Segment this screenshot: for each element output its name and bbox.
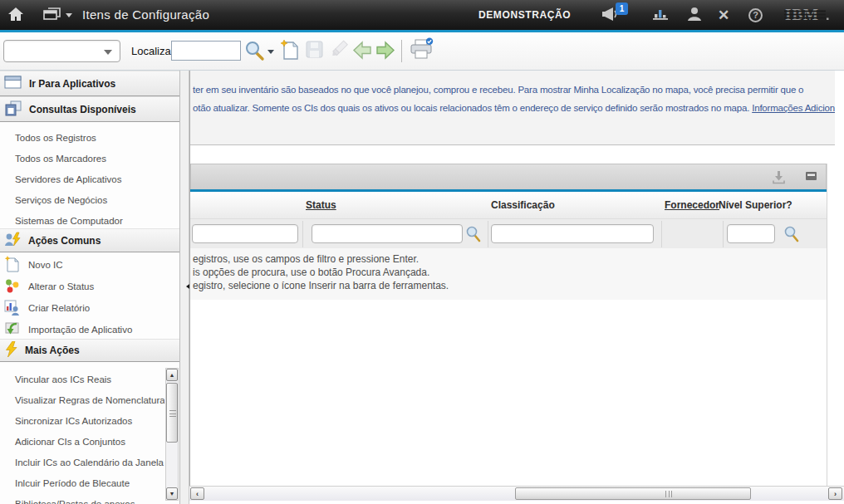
arrow-right-icon [375,51,395,62]
thumb-grip [169,410,176,417]
status-dots-icon [4,278,20,296]
page-title: Itens de Configuração [82,7,209,22]
chevron-down-icon [66,13,72,21]
chevron-down-icon [104,50,112,59]
common-actions-list: Novo IC Alterar o Status [0,252,179,339]
hint-line: egistros, use os campos de filtro e pres… [193,253,419,265]
minimize-button[interactable] [805,171,817,183]
print-button[interactable] [409,37,434,64]
cell-divider [302,221,303,247]
report-icon [4,300,20,317]
find-input[interactable] [171,41,241,61]
clear-changes-button[interactable] [329,39,350,62]
more-action-item[interactable]: Visualizar Regras de Nomenclatura [0,389,164,410]
new-document-icon [280,52,301,64]
ibm-logo: IBM [784,0,832,30]
scrollbar-thumb[interactable] [166,383,178,443]
help-icon: ? [748,8,763,22]
magnifier-icon [244,52,265,64]
filter-input-status[interactable] [312,224,463,243]
intro-message: ter em seu inventário são baseados no qu… [190,71,835,145]
more-action-item[interactable]: Adicionar CIs a Conjuntos [0,431,164,452]
hint-line: is opções de procura, use o botão Procur… [193,267,429,278]
query-item[interactable]: Todos os Registros [0,127,179,148]
sidebar-scrollbar[interactable]: ▲ ▼ [165,368,179,501]
minimize-icon [805,172,817,183]
horizontal-scrollbar[interactable]: ‹ › [189,486,844,501]
more-actions-list: Vincular aos ICs Reais Visualizar Regras… [0,362,179,504]
table-hints: egistros, use os campos de filtro e pres… [190,248,827,300]
table-filter-row [190,218,827,248]
available-queries-list: Todos os Registros Todos os Marcadores S… [0,122,179,228]
new-record-button[interactable] [280,39,301,64]
person-lightning-icon [4,232,22,250]
toolbar-separator [401,40,402,62]
sidebar-section-queries[interactable]: Consultas Disponíveis [0,96,179,122]
more-action-item[interactable]: Sincronizar ICs Autorizados [0,410,164,431]
reports-button[interactable] [651,0,670,30]
query-item[interactable]: Serviços de Negócios [0,189,179,210]
action-label: Criar Relatório [28,303,90,313]
section-title: Ir Para Aplicativos [29,78,115,90]
more-action-item[interactable]: Vincular aos ICs Reais [0,369,164,389]
more-action-item[interactable]: Inlcuir Período de Blecaute [0,472,164,493]
download-button[interactable] [772,170,786,187]
scroll-up-button[interactable]: ▲ [166,369,178,381]
home-button[interactable] [7,0,25,30]
bar-chart-icon [651,7,670,23]
column-header-status[interactable]: Status [306,199,336,211]
person-icon [686,6,703,24]
download-icon [772,175,786,187]
filter-input-classification[interactable] [491,224,654,243]
action-new-ci[interactable]: Novo IC [0,254,179,276]
query-select[interactable] [3,40,120,62]
filter-input-top-level[interactable] [727,224,775,243]
query-item[interactable]: Todos os Marcadores [0,148,179,169]
logout-button[interactable]: ✕ [718,0,729,30]
filter-top-level-lookup[interactable] [783,225,799,245]
arrow-left-icon [352,51,372,62]
application-window: Itens de Configuração DEMONSTRAÇÃO 1 [0,0,844,504]
sidebar-section-common-actions[interactable]: Ações Comuns [0,228,179,252]
action-application-import[interactable]: Importação de Aplicativo [0,319,179,340]
cell-divider [488,221,488,247]
more-action-item[interactable]: Incluir ICs ao Calendário da Janela de..… [0,452,164,472]
additional-info-link[interactable]: Informações Adicionais [752,103,835,113]
thumb-grip [665,491,672,497]
help-button[interactable]: ? [748,0,763,30]
action-change-status[interactable]: Alterar o Status [0,276,179,297]
scroll-down-button[interactable]: ▼ [166,487,178,500]
previous-record-button[interactable] [352,41,372,62]
new-document-icon [4,256,20,274]
save-icon [304,51,325,62]
section-title: Mais Ações [25,345,80,356]
more-action-item[interactable]: Biblioteca/Pastas de anexos [0,493,164,504]
sidebar-section-go-to[interactable]: Ir Para Aplicativos [0,71,179,96]
home-icon [7,6,25,25]
scrollbar-thumb[interactable] [515,487,751,500]
column-header-vendor[interactable]: Fornecedor [665,199,719,211]
intro-line-2: otão atualizar. Somente os CIs dos quais… [193,103,835,113]
next-record-button[interactable] [375,41,395,62]
filter-input-id[interactable] [192,224,298,243]
scroll-left-button[interactable]: ‹ [190,487,204,500]
save-button[interactable] [304,39,325,62]
notification-badge: 1 [616,2,628,15]
app-switcher-button[interactable] [43,0,72,30]
filter-status-lookup[interactable] [465,225,481,245]
action-label: Importação de Aplicativo [28,325,132,335]
import-icon [4,321,20,339]
query-item[interactable]: Servidores de Aplicativos [0,169,179,189]
toolbar: Localizar: [0,32,844,71]
column-header-classification[interactable]: Classificação [491,199,555,211]
table-header-row: Status Classificação Fornecedor Nível Su… [190,192,827,218]
scroll-right-button[interactable]: › [828,487,842,500]
magnifier-icon [783,233,799,245]
sidebar-section-more-actions[interactable]: Mais Ações [0,339,179,362]
column-header-top-level[interactable]: Nível Superior? [719,199,792,211]
profile-button[interactable] [686,0,703,30]
search-options-caret[interactable] [267,50,274,57]
lightning-icon [4,341,18,360]
search-button[interactable] [244,40,265,64]
action-create-report[interactable]: Criar Relatório [0,297,179,319]
